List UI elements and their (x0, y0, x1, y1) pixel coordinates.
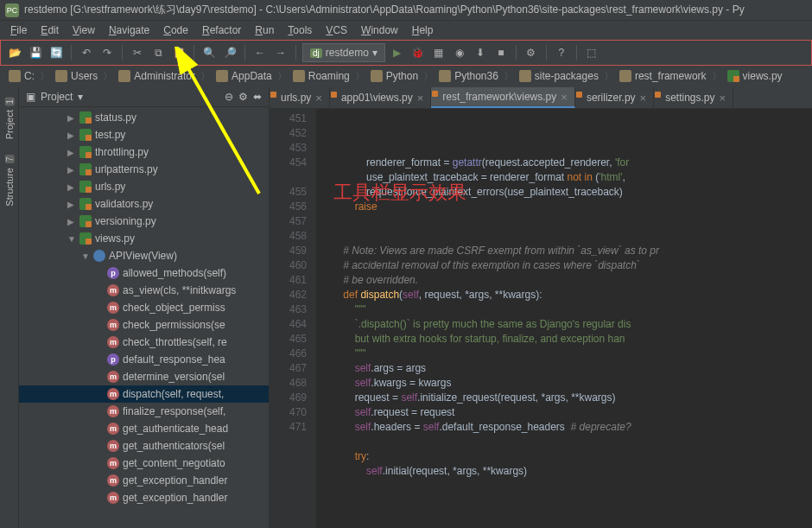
tree-item[interactable]: ▶test.py (19, 126, 269, 143)
breadcrumb-item[interactable]: Administrator (115, 70, 199, 82)
py-icon (727, 70, 739, 82)
tree-item[interactable]: pdefault_response_hea (19, 351, 269, 368)
project-header[interactable]: ▣ Project ▾ ⊖ ⚙ ⬌ (19, 86, 269, 107)
cut-icon[interactable]: ✂ (129, 44, 146, 61)
close-icon[interactable]: × (561, 91, 568, 104)
gear-icon[interactable]: ⚙ (238, 91, 248, 103)
py-icon (79, 198, 92, 210)
tree-item[interactable]: mget_exception_handler (19, 472, 269, 489)
close-icon[interactable]: × (417, 92, 424, 105)
fld-icon (55, 70, 67, 82)
tree-item[interactable]: ▼APIView(View) (19, 247, 269, 264)
undo-icon[interactable]: ↶ (78, 44, 95, 61)
sync-icon[interactable]: 🔄 (48, 44, 65, 61)
p-icon: p (107, 353, 119, 366)
paste-icon[interactable]: 📋 (170, 44, 187, 61)
tree-item[interactable]: mget_content_negotiato (19, 455, 269, 472)
tree-item[interactable]: ▶validators.py (19, 195, 269, 213)
run-config-dropdown[interactable]: dj restdemo ▾ (302, 43, 385, 62)
tool-tab-project[interactable]: Project 1 (3, 90, 16, 146)
menu-window[interactable]: Window (354, 22, 405, 38)
close-icon[interactable]: × (315, 92, 322, 105)
tree-label: default_response_hea (123, 353, 225, 366)
close-icon[interactable]: × (640, 92, 647, 105)
tree-arrow-icon: ▶ (67, 200, 76, 209)
redo-icon[interactable]: ↷ (98, 44, 116, 61)
tree-item[interactable]: mcheck_permissions(se (19, 316, 269, 334)
editor-tab[interactable]: app01\views.py× (330, 87, 431, 108)
cls-icon (93, 250, 105, 262)
breadcrumb-label: C: (24, 70, 35, 82)
zoom-in-icon[interactable]: 🔎 (221, 44, 238, 61)
profile-icon[interactable]: ◉ (451, 44, 468, 61)
editor-tab[interactable]: serilizer.py× (575, 87, 654, 108)
collapse-icon[interactable]: ⊖ (225, 91, 233, 103)
tree-item[interactable]: mget_authenticators(sel (19, 437, 269, 455)
m-icon: m (107, 371, 119, 383)
tree-item[interactable]: mcheck_throttles(self, re (19, 334, 269, 351)
editor-tab[interactable]: urls.py× (270, 87, 330, 108)
menu-help[interactable]: Help (405, 22, 441, 38)
attach-icon[interactable]: ⬇ (472, 44, 489, 61)
breadcrumb-item[interactable]: views.py (724, 70, 786, 82)
tree-label: allowed_methods(self) (123, 267, 226, 279)
close-icon[interactable]: × (720, 92, 726, 105)
menu-vcs[interactable]: VCS (319, 22, 354, 38)
editor-tab[interactable]: settings.py× (654, 87, 733, 108)
tree-item[interactable]: ▶status.py (19, 109, 269, 126)
run-icon[interactable]: ▶ (389, 44, 406, 61)
breadcrumb-item[interactable]: site-packages (516, 70, 602, 82)
breadcrumb-item[interactable]: Python36 (435, 70, 502, 82)
breadcrumb-item[interactable]: Users (52, 70, 101, 82)
menu-tools[interactable]: Tools (281, 22, 319, 38)
forward-icon[interactable]: → (272, 44, 289, 61)
coverage-icon[interactable]: ▦ (430, 44, 447, 61)
help-icon[interactable]: ? (553, 44, 570, 61)
tree-item[interactable]: mas_view(cls, **initkwargs (19, 282, 269, 299)
breadcrumb-item[interactable]: Roaming (289, 70, 353, 82)
tool-tab-structure[interactable]: Structure 7 (3, 148, 16, 213)
tree-item[interactable]: mdetermine_version(sel (19, 368, 269, 385)
project-tree[interactable]: ▶status.py▶test.py▶throttling.py▶urlpatt… (19, 107, 269, 528)
tree-item[interactable]: ▶urlpatterns.py (19, 161, 269, 178)
breadcrumb-item[interactable]: C: (5, 70, 38, 82)
hide-icon[interactable]: ⬌ (253, 91, 262, 103)
menu-navigate[interactable]: Navigate (102, 22, 156, 38)
sdk-icon[interactable]: ⬚ (583, 44, 600, 61)
tree-item[interactable]: mdispatch(self, request, (19, 385, 269, 403)
tree-item[interactable]: mcheck_object_permiss (19, 299, 269, 316)
zoom-out-icon[interactable]: 🔍 (200, 44, 218, 61)
fld-icon (519, 70, 531, 82)
save-icon[interactable]: 💾 (27, 44, 44, 61)
breadcrumb-item[interactable]: AppData (213, 70, 276, 82)
tree-item[interactable]: ▶throttling.py (19, 143, 269, 161)
stop-icon[interactable]: ■ (492, 44, 510, 61)
tree-item[interactable]: mget_authenticate_head (19, 420, 269, 437)
debug-icon[interactable]: 🐞 (409, 44, 427, 61)
tree-item[interactable]: pallowed_methods(self) (19, 264, 269, 282)
back-icon[interactable]: ← (251, 44, 269, 61)
code-area[interactable]: 4514524534544554564574584594604614624634… (270, 109, 812, 528)
breadcrumb-item[interactable]: rest_framework (616, 70, 710, 82)
menu-run[interactable]: Run (248, 22, 281, 38)
menu-refactor[interactable]: Refactor (195, 22, 248, 38)
open-icon[interactable]: 📂 (6, 44, 23, 61)
menu-code[interactable]: Code (156, 22, 195, 38)
tree-item[interactable]: mget_exception_handler (19, 489, 269, 506)
copy-icon[interactable]: ⧉ (149, 44, 167, 61)
code-text[interactable]: 工具栏显示效果 renderer_format = getattr(reques… (316, 109, 812, 528)
tree-label: urlpatterns.py (95, 163, 158, 175)
project-icon: ▣ (26, 91, 35, 103)
breadcrumb-item[interactable]: Python (367, 70, 422, 82)
tree-item[interactable]: mfinalize_response(self, (19, 403, 269, 420)
menu-view[interactable]: View (66, 22, 102, 38)
menu-file[interactable]: File (3, 22, 34, 38)
tree-item[interactable]: ▶urls.py (19, 178, 269, 195)
menu-edit[interactable]: Edit (34, 22, 66, 38)
settings-icon[interactable]: ⚙ (523, 44, 540, 61)
m-icon: m (107, 388, 119, 400)
tree-item[interactable]: ▼views.py (19, 230, 269, 247)
tree-item[interactable]: ▶versioning.py (19, 213, 269, 230)
django-icon: dj (310, 48, 322, 58)
editor-tab[interactable]: rest_framework\views.py× (431, 87, 575, 108)
